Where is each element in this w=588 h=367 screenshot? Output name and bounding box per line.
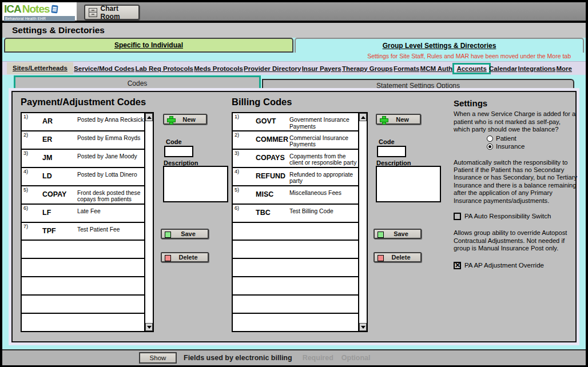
billing-list-scrollbar[interactable] [358, 113, 367, 331]
billing-code-row[interactable]: 5)MISCMiscellaneous Fees [233, 186, 358, 205]
billing-code-row-empty[interactable] [233, 241, 358, 259]
icanotes-logo: ICANotes Behavioral Health EHR [2, 2, 77, 21]
chart-room-button[interactable]: Chart Room [84, 5, 140, 20]
tab-specific-to-individual[interactable]: Specific to Individual [4, 38, 293, 53]
auto-switch-description: Automatically switch the responsibility … [454, 159, 577, 205]
payment-code-row[interactable]: 5)COPAYFront desk posted these copays fr… [22, 186, 144, 205]
nav-sites-letterheads[interactable]: Sites/Letterheads [7, 62, 73, 74]
billing-code-input[interactable] [377, 146, 406, 157]
billing-code-row-empty[interactable] [233, 259, 358, 277]
billing-code-label: Code [379, 138, 395, 145]
radio-button-selected-icon[interactable] [487, 143, 493, 150]
optional-label: Optional [341, 354, 371, 362]
nav-calendar[interactable]: Calendar [489, 65, 517, 72]
billing-code-row-empty[interactable] [233, 277, 358, 296]
billing-codes-title: Billing Codes [232, 97, 292, 107]
chart-room-label: Chart Room [101, 5, 138, 21]
payment-code-row[interactable]: 6)LFLate Fee [22, 205, 144, 223]
checkbox-checked-icon[interactable] [454, 262, 461, 269]
billing-code-row[interactable]: 4)REFUNDRefunded to appropriate party [233, 168, 358, 186]
billing-delete-button[interactable]: Delete [374, 252, 422, 262]
payment-code-row[interactable]: 4)LDPosted by Lotta Dinero [22, 168, 144, 186]
billing-save-button[interactable]: Save [374, 229, 422, 239]
settings-question: When a new Service Charge is added for a… [454, 110, 577, 133]
nav-accounts[interactable]: Accounts [452, 63, 490, 74]
payment-code-row-empty[interactable] [22, 277, 144, 296]
billing-code-row[interactable]: 6)TBCTest Billing Code [233, 205, 358, 223]
payment-delete-button[interactable]: Delete [161, 252, 209, 262]
nav-provider-directory[interactable]: Provider Directory [244, 65, 301, 72]
title-bar: ICANotes Behavioral Health EHR Chart Roo… [2, 2, 586, 23]
file-cabinet-icon [89, 8, 97, 17]
payment-code-row-empty[interactable] [22, 241, 144, 259]
logo-subtitle: Behavioral Health EHR [4, 16, 75, 21]
billing-controls: New Code Description Save Delete [374, 113, 445, 267]
payment-code-row-empty[interactable] [22, 259, 144, 277]
payment-new-button[interactable]: New [163, 114, 207, 125]
scroll-up-icon[interactable] [359, 113, 367, 121]
plus-icon [167, 116, 174, 123]
checkbox-unchecked-icon[interactable] [454, 213, 461, 220]
billing-code-row-empty[interactable] [233, 296, 358, 314]
payment-code-row[interactable]: 1)ARPosted by Anna Recksick [22, 113, 144, 131]
nav-insur-payers[interactable]: Insur Payers [302, 65, 341, 72]
tab-statement-settings-options[interactable]: Statement Settings Options [262, 79, 574, 91]
nav-service-mod-codes[interactable]: Service/Mod Codes [74, 65, 134, 72]
nav-therapy-groups[interactable]: Therapy Groups [342, 65, 393, 72]
payment-code-label: Code [166, 138, 182, 145]
pa-auto-responsibility-switch[interactable]: PA Auto Responsibility Switch [454, 213, 577, 220]
footer-bar: Show Fields used by electronic billing R… [2, 349, 586, 365]
save-swatch-icon [378, 232, 384, 238]
payment-code-row-empty[interactable] [22, 314, 144, 331]
tab-codes[interactable]: Codes [14, 75, 261, 91]
billing-code-row[interactable]: 1)GOVTGovernment Insurance Payments [233, 113, 358, 131]
payment-save-button[interactable]: Save [161, 229, 209, 239]
billing-codes-list[interactable]: 1)GOVTGovernment Insurance Payments 2)CO… [232, 112, 368, 332]
nav-meds-protocols[interactable]: Meds Protocols [194, 65, 243, 72]
tab-group-level-settings[interactable]: Group Level Settings & Directories [295, 38, 584, 53]
payment-description-input[interactable] [163, 166, 228, 202]
billing-code-row-empty[interactable] [233, 314, 358, 331]
save-swatch-icon [165, 232, 171, 238]
level-tabs: Specific to Individual Group Level Setti… [2, 38, 586, 53]
delete-swatch-icon [165, 255, 171, 261]
logo-text: ICA [4, 3, 21, 15]
scroll-up-icon[interactable] [145, 113, 153, 121]
radio-insurance[interactable]: Insurance [487, 143, 577, 151]
payment-code-row[interactable]: 7)TPFTest Patient Fee [22, 223, 144, 241]
pa-ap-adjustment-override[interactable]: PA AP Adjustment Override [454, 262, 577, 269]
payment-code-input[interactable] [164, 146, 193, 157]
accounts-subtabs: Codes Statement Settings Options [2, 75, 586, 91]
payment-code-row[interactable]: 3)JMPosted by Jane Moody [22, 150, 144, 168]
notice-row: Settings for Site Staff, Rules and MAR h… [2, 53, 586, 61]
delete-swatch-icon [378, 255, 384, 261]
app-window: ICANotes Behavioral Health EHR Chart Roo… [0, 0, 588, 367]
scroll-down-icon[interactable] [359, 323, 367, 331]
nav-mcm-auth[interactable]: MCM Auth. [420, 65, 455, 72]
show-button[interactable]: Show [139, 352, 177, 364]
billing-description-input[interactable] [376, 166, 441, 202]
payment-list-scrollbar[interactable] [144, 113, 153, 331]
adjustment-override-description: Allows group ability to override Autopos… [454, 229, 577, 252]
nav-lab-req-protocols[interactable]: Lab Req Protocols [135, 65, 193, 72]
page-title: Settings & Directories [12, 25, 105, 35]
billing-code-row[interactable]: 2)COMMERCommercial Insurance Payments [233, 131, 358, 150]
required-label: Required [303, 354, 333, 362]
balance-party-radio-group: Patient Insurance [487, 135, 577, 151]
heading-band: Settings & Directories [2, 23, 586, 38]
billing-code-row[interactable]: 3)COPAYSCopayments from the client or re… [233, 150, 358, 168]
payment-codes-title: Payment/Adjustment Codes [21, 97, 146, 107]
clipboard-icon [51, 5, 58, 13]
payment-codes-list[interactable]: 1)ARPosted by Anna Recksick 2)ERPosted b… [21, 112, 154, 332]
billing-new-button[interactable]: New [376, 114, 421, 125]
payment-code-row[interactable]: 2)ERPosted by Emma Royds [22, 131, 144, 150]
payment-code-row-empty[interactable] [22, 296, 144, 314]
radio-button-icon[interactable] [487, 135, 493, 142]
moved-settings-notice: Settings for Site Staff, Rules and MAR h… [367, 53, 571, 61]
nav-formats[interactable]: Formats [394, 65, 419, 72]
radio-patient[interactable]: Patient [487, 135, 577, 143]
nav-more[interactable]: More [557, 65, 572, 72]
nav-integrations[interactable]: Integrations [518, 65, 555, 72]
billing-code-row-empty[interactable] [233, 223, 358, 241]
scroll-down-icon[interactable] [145, 323, 153, 331]
